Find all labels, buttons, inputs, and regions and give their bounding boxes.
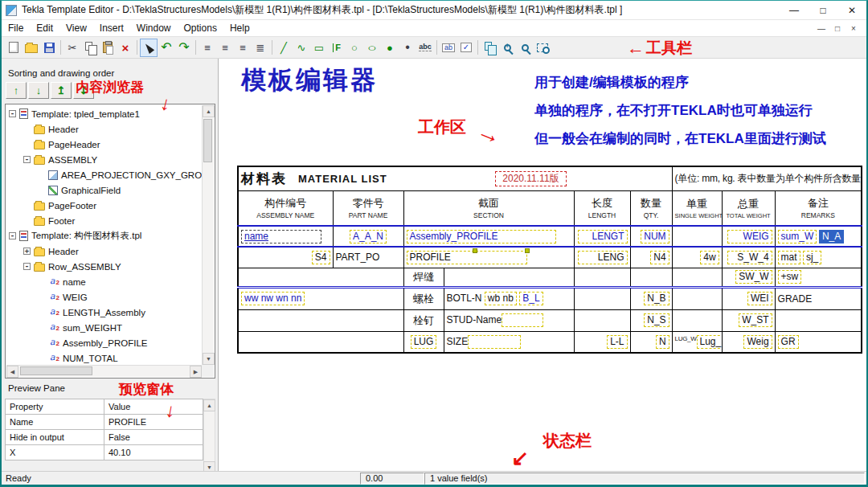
tree-expander[interactable]: [38, 171, 45, 178]
zoom-in-icon[interactable]: [498, 39, 516, 57]
tree-expander[interactable]: [38, 354, 45, 362]
template-field[interactable]: LENGT: [578, 230, 628, 244]
menu-edit[interactable]: Edit: [30, 21, 59, 35]
template-field[interactable]: PROFILE: [407, 251, 527, 264]
template-field[interactable]: sj_: [803, 251, 821, 264]
redo-icon[interactable]: ↷: [175, 39, 193, 57]
tree-item[interactable]: AREA_PROJECTION_GXY_GRO: [6, 167, 202, 182]
column-header[interactable]: 长度LENGTH: [574, 190, 630, 226]
template-field[interactable]: [468, 335, 521, 349]
tree-item[interactable]: Assembly_PROFILE: [6, 335, 202, 350]
text-tool-icon[interactable]: abc: [416, 39, 434, 57]
draw-point-icon[interactable]: •: [399, 39, 416, 57]
template-field[interactable]: name: [241, 230, 321, 244]
column-header[interactable]: 截面SECTION: [403, 190, 574, 226]
tree-expander[interactable]: [38, 324, 45, 331]
scroll-down-arrow[interactable]: ▼: [203, 461, 215, 471]
table-title-cn[interactable]: 材料表: [241, 170, 287, 188]
tree-item[interactable]: sum_WEIGHT: [6, 320, 202, 335]
close-button[interactable]: ✕: [837, 1, 866, 19]
draw-circle-icon[interactable]: ○: [346, 39, 363, 57]
column-header[interactable]: 构件编号ASSEMBLY NAME: [238, 190, 333, 226]
align-center-icon[interactable]: ≡: [216, 39, 234, 57]
template-field[interactable]: L-L: [607, 335, 627, 349]
template-field[interactable]: N_B: [644, 292, 669, 305]
table-row[interactable]: Name PROFILE: [6, 415, 203, 430]
work-area[interactable]: 模板编辑器 用于创建/编辑模板的程序 单独的程序，在不打开TEKLA时也可单独运…: [219, 59, 866, 471]
scrollbar-thumb[interactable]: [203, 119, 212, 162]
template-field[interactable]: wb nb: [485, 292, 517, 305]
column-header[interactable]: 总重TOTAL WEIGHT: [722, 190, 775, 226]
template-field[interactable]: B_L: [519, 292, 542, 305]
template-field[interactable]: 4w: [700, 251, 719, 264]
maximize-button[interactable]: □: [809, 1, 837, 19]
align-left-icon[interactable]: ≡: [199, 39, 216, 57]
tree-expander[interactable]: [23, 202, 31, 209]
tree-vertical-scrollbar[interactable]: ▲ ▼: [202, 105, 214, 365]
table-label[interactable]: 栓钉: [413, 314, 434, 326]
units-note[interactable]: (单位: mm, kg. 表中数量为单个构件所含数量): [675, 173, 862, 184]
tree-expander[interactable]: +: [23, 248, 31, 255]
value-field-tool-icon[interactable]: ab: [440, 39, 457, 57]
tree-expander[interactable]: -: [23, 156, 31, 163]
table-label[interactable]: 螺栓: [413, 293, 434, 305]
copy-icon[interactable]: [81, 39, 99, 57]
tree-item[interactable]: LENGTH_Assembly: [6, 305, 202, 320]
draw-polyline-icon[interactable]: ∿: [293, 39, 310, 57]
tree-item[interactable]: -Row_ASSEMBLY: [6, 259, 202, 274]
table-label[interactable]: 焊缝: [413, 271, 434, 283]
table-label[interactable]: GRADE: [778, 293, 813, 305]
material-list-table[interactable]: 材料表 MATERIAL LIST 2020.11.11版 (单位: mm, k…: [237, 166, 862, 354]
menu-help[interactable]: Help: [223, 21, 256, 35]
tree-item[interactable]: Footer: [6, 213, 202, 228]
menu-options[interactable]: Options: [178, 21, 223, 35]
template-field[interactable]: WEIG: [727, 230, 772, 244]
template-field[interactable]: mat: [778, 251, 800, 264]
table-label[interactable]: LUG_W: [675, 335, 697, 342]
tree-expander[interactable]: -: [9, 232, 16, 239]
tree-item[interactable]: GraphicalField: [6, 182, 202, 198]
table-label[interactable]: SIZE: [447, 335, 469, 346]
template-field[interactable]: N4: [650, 251, 669, 264]
tree-expander[interactable]: [38, 339, 45, 346]
tree-expander[interactable]: [23, 125, 31, 133]
move-up-button[interactable]: ↑: [6, 82, 27, 99]
template-field[interactable]: W_ST: [739, 313, 772, 327]
tree-expander[interactable]: -: [23, 263, 31, 270]
template-field[interactable]: GR: [778, 335, 799, 349]
version-field[interactable]: 2020.11.11版: [495, 171, 566, 186]
zoom-out-icon[interactable]: [516, 39, 534, 57]
scroll-right-arrow[interactable]: ▶: [190, 366, 202, 378]
template-field[interactable]: sum_W: [778, 230, 817, 244]
template-field[interactable]: NUM: [641, 230, 669, 244]
mdi-restore-button[interactable]: □: [829, 24, 845, 33]
distribute-icon[interactable]: ≣: [252, 39, 269, 57]
scroll-down-arrow[interactable]: ▼: [203, 353, 215, 365]
tree-expander[interactable]: -: [9, 110, 16, 117]
table-row[interactable]: X 40.10: [6, 445, 203, 460]
zoom-window-icon[interactable]: [534, 39, 551, 57]
delete-icon[interactable]: ×: [117, 39, 134, 57]
mdi-minimize-button[interactable]: —: [813, 24, 829, 33]
tree-item[interactable]: +Header: [6, 244, 202, 259]
menu-window[interactable]: Window: [130, 21, 178, 35]
preview-vertical-scrollbar[interactable]: ▲ ▼: [203, 399, 215, 471]
tree-expander[interactable]: [23, 141, 31, 148]
scroll-left-arrow[interactable]: ◀: [6, 366, 18, 378]
cut-icon[interactable]: ✂: [63, 39, 81, 57]
column-header[interactable]: 数量QTY.: [630, 190, 672, 226]
table-label[interactable]: BOTL-N: [447, 293, 482, 304]
save-icon[interactable]: [40, 39, 58, 57]
tree-item[interactable]: PageFooter: [6, 198, 202, 213]
minimize-button[interactable]: —: [780, 1, 809, 19]
template-field[interactable]: Assembly_PROFILE: [407, 230, 556, 244]
tree-item[interactable]: -Template: 构件图材料表.tpl: [6, 228, 202, 244]
menu-view[interactable]: View: [59, 21, 93, 35]
align-right-icon[interactable]: ≡: [234, 39, 252, 57]
tree-expander[interactable]: [38, 278, 45, 285]
menu-file[interactable]: File: [2, 21, 30, 35]
select-tool-icon[interactable]: [140, 39, 158, 57]
menu-insert[interactable]: Insert: [93, 21, 130, 35]
template-field[interactable]: WEI: [747, 292, 772, 305]
column-header[interactable]: 零件号PART NAME: [333, 190, 403, 226]
